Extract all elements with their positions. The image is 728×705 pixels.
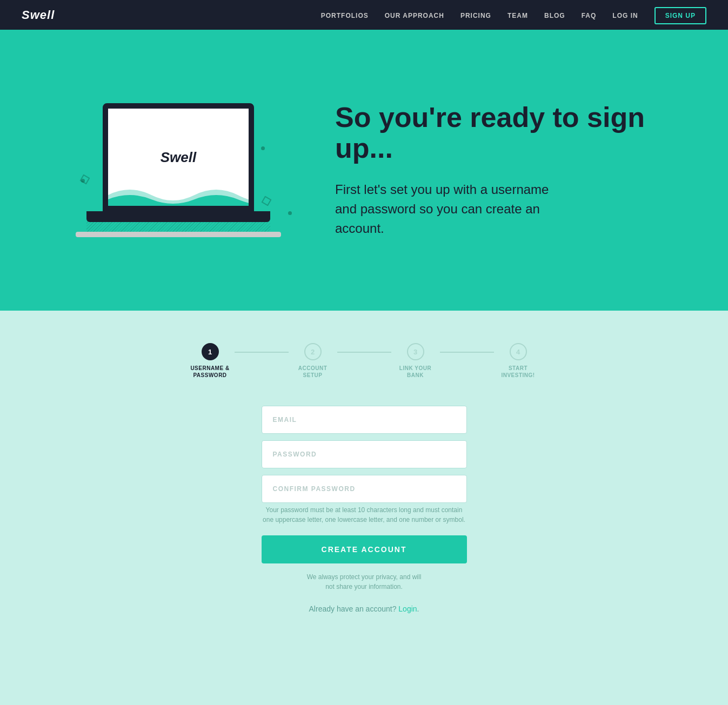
deco-shape-8 [288,211,292,215]
password-input[interactable] [262,440,467,468]
step-3: 3 LINK YOUR BANK [391,343,440,379]
step-label-2: ACCOUNT SETUP [289,365,337,379]
nav-portfolios[interactable]: PORTFOLIOS [321,12,369,19]
nav-faq[interactable]: FAQ [582,12,597,19]
hero-text: So you're ready to sign up... First let'… [303,102,674,238]
login-link[interactable]: Login [398,605,417,613]
hero-heading: So you're ready to sign up... [335,102,674,164]
nav-links: PORTFOLIOS OUR APPROACH PRICING TEAM BLO… [321,10,706,20]
hero-subtext: First let's set you up with a username a… [335,180,573,238]
nav-team[interactable]: TEAM [507,12,528,19]
confirm-password-input[interactable] [262,475,467,503]
nav-login[interactable]: LOG IN [612,12,638,19]
laptop-hatch [86,222,270,232]
create-account-button[interactable]: CREATE ACCOUNT [262,535,467,563]
step-circle-3: 3 [407,343,424,360]
laptop-brand-text: Swell [161,149,196,166]
laptop-illustration: Swell [76,103,281,237]
step-circle-4: 4 [510,343,527,360]
laptop-wave-svg [108,179,249,206]
login-prompt: Already have an account? Login. [309,605,419,613]
step-2: 2 ACCOUNT SETUP [289,343,337,379]
step-label-3: LINK YOUR BANK [391,365,440,379]
nav-pricing[interactable]: PRICING [460,12,491,19]
hero-illustration: Swell [54,103,303,237]
step-connector-2 [337,352,391,353]
signup-form [262,406,467,503]
laptop-foot [76,232,281,237]
laptop-base [86,211,270,222]
step-connector-3 [440,352,494,353]
step-connector-1 [235,352,289,353]
privacy-text: We always protect your privacy, and will… [305,572,424,592]
nav-our-approach[interactable]: OUR APPROACH [385,12,444,19]
step-circle-2: 2 [304,343,322,360]
step-1: 1 USERNAME & PASSWORD [186,343,235,379]
nav-logo[interactable]: Swell [22,8,55,22]
laptop-screen: Swell [103,103,254,211]
laptop-screen-inner: Swell [108,109,249,206]
password-hint: Your password must be at least 10 charac… [262,505,467,525]
nav-signup-button[interactable]: SIGN UP [654,7,706,24]
step-label-1: USERNAME & PASSWORD [186,365,235,379]
hero-section: Swell So you're ready to sign up... Firs… [0,30,728,311]
step-label-4: START INVESTING! [494,365,543,379]
step-circle-1: 1 [202,343,219,360]
form-section: 1 USERNAME & PASSWORD 2 ACCOUNT SETUP 3 … [0,311,728,656]
navbar: Swell PORTFOLIOS OUR APPROACH PRICING TE… [0,0,728,30]
email-input[interactable] [262,406,467,434]
step-4: 4 START INVESTING! [494,343,543,379]
nav-blog[interactable]: BLOG [544,12,565,19]
login-prompt-text: Already have an account? [309,605,397,613]
stepper: 1 USERNAME & PASSWORD 2 ACCOUNT SETUP 3 … [186,343,543,379]
